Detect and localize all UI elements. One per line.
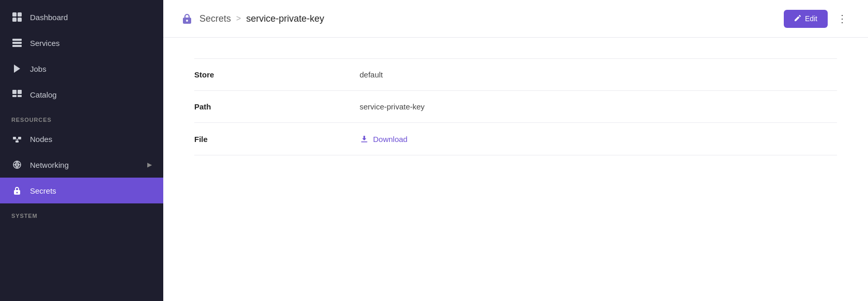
edit-button[interactable]: Edit: [784, 10, 828, 28]
sidebar-item-label: Secrets: [30, 186, 56, 195]
table-row: File Download: [194, 123, 837, 155]
sidebar-item-label: Catalog: [30, 90, 57, 99]
path-key: Path: [194, 91, 360, 123]
sidebar-item-networking[interactable]: Networking ▶: [0, 152, 163, 178]
breadcrumb-secrets-icon: [180, 11, 194, 26]
breadcrumb-separator: >: [236, 14, 241, 23]
svg-rect-10: [12, 95, 17, 97]
secrets-icon: [11, 185, 23, 196]
svg-rect-0: [12, 12, 17, 17]
header-actions: Edit ⋮: [784, 9, 851, 28]
table-row: Store default: [194, 59, 837, 91]
sidebar-item-jobs[interactable]: Jobs: [0, 56, 163, 82]
main-content: Secrets > service-private-key Edit ⋮: [163, 0, 868, 301]
sidebar-item-label: Services: [30, 39, 60, 47]
sidebar: Dashboard Services Jobs: [0, 0, 163, 301]
sidebar-item-services[interactable]: Services: [0, 30, 163, 56]
svg-rect-3: [18, 18, 22, 22]
catalog-icon: [11, 89, 23, 100]
breadcrumb-current: service-private-key: [246, 13, 324, 24]
edit-button-label: Edit: [805, 14, 817, 23]
breadcrumb-root[interactable]: Secrets: [199, 13, 231, 24]
sidebar-item-catalog[interactable]: Catalog: [0, 82, 163, 107]
sidebar-item-label: Nodes: [30, 135, 52, 144]
svg-rect-9: [18, 90, 22, 94]
sidebar-item-label: Networking: [30, 161, 69, 169]
file-key: File: [194, 123, 360, 155]
svg-rect-2: [12, 18, 17, 22]
breadcrumb: Secrets > service-private-key: [180, 11, 324, 26]
svg-rect-5: [12, 42, 22, 44]
svg-point-21: [17, 192, 18, 194]
detail-table: Store default Path service-private-key F…: [194, 58, 837, 155]
sidebar-item-dashboard[interactable]: Dashboard: [0, 4, 163, 30]
store-key: Store: [194, 59, 360, 91]
path-value: service-private-key: [360, 91, 837, 123]
svg-point-23: [186, 20, 188, 22]
store-value: default: [360, 59, 837, 91]
more-options-button[interactable]: ⋮: [833, 9, 851, 28]
svg-rect-6: [12, 45, 22, 47]
svg-rect-16: [17, 139, 18, 140]
edit-pencil-icon: [794, 14, 801, 23]
svg-rect-8: [12, 90, 17, 94]
nodes-icon: [11, 133, 23, 145]
jobs-icon: [11, 63, 23, 74]
chevron-right-icon: ▶: [147, 161, 152, 168]
svg-rect-12: [13, 137, 16, 139]
networking-icon: [11, 159, 23, 170]
sidebar-item-secrets[interactable]: Secrets: [0, 178, 163, 203]
services-icon: [11, 37, 23, 49]
svg-rect-1: [18, 12, 22, 17]
file-value: Download: [360, 123, 837, 155]
sidebar-item-label: Jobs: [30, 65, 47, 73]
download-icon: [360, 134, 369, 144]
system-label: System: [0, 203, 163, 222]
table-row: Path service-private-key: [194, 91, 837, 123]
dashboard-icon: [11, 11, 23, 23]
svg-rect-13: [18, 137, 21, 139]
sidebar-item-nodes[interactable]: Nodes: [0, 126, 163, 152]
download-label: Download: [373, 135, 408, 144]
svg-rect-11: [18, 95, 22, 97]
sidebar-item-label: Dashboard: [30, 13, 68, 22]
svg-rect-24: [361, 141, 367, 142]
svg-rect-4: [12, 39, 22, 41]
detail-content: Store default Path service-private-key F…: [163, 38, 868, 301]
more-options-icon: ⋮: [837, 13, 847, 24]
svg-rect-14: [16, 140, 19, 142]
svg-marker-7: [14, 65, 20, 73]
download-link[interactable]: Download: [360, 134, 837, 144]
resources-label: Resources: [0, 107, 163, 126]
page-header: Secrets > service-private-key Edit ⋮: [163, 0, 868, 38]
